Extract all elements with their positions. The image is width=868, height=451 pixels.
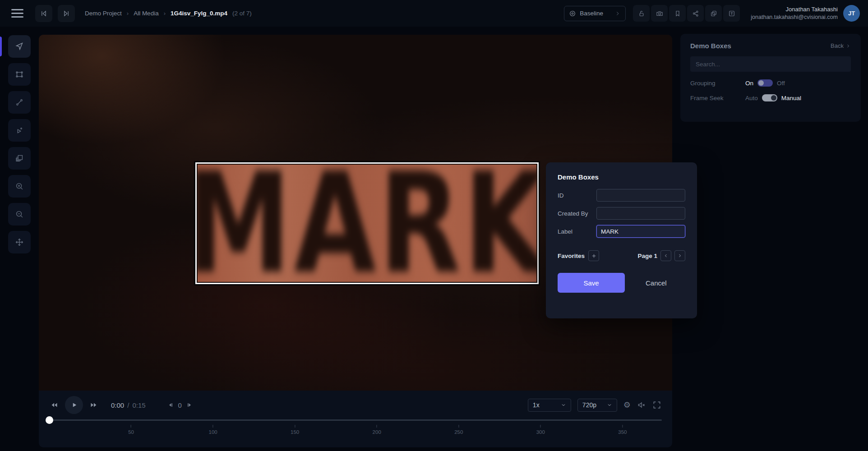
timeline-ticks: 50100150200250300350 [49,425,662,440]
tool-zoom-out[interactable] [8,203,31,226]
user-name: Jonathan Takahashi [751,6,838,14]
timeline-scrubber-knob[interactable] [46,416,53,424]
lock-button[interactable] [633,5,650,22]
tool-pointer[interactable] [8,35,31,58]
avatar[interactable]: JT [843,5,860,22]
duplicate-icon [710,9,718,18]
page-previous-button[interactable] [660,250,671,261]
fullscreen-button[interactable] [652,400,661,410]
play-button[interactable] [65,396,83,414]
layers-icon [14,153,24,163]
current-time: 0:00 [111,401,124,409]
hamburger-menu-icon[interactable] [11,9,23,18]
line-tool-icon [14,97,24,107]
tool-point[interactable] [8,119,31,142]
duplicate-button[interactable] [705,5,722,22]
settings-panel-title: Demo Boxes [690,42,731,50]
created-by-field[interactable] [596,207,685,220]
id-field-label: ID [558,192,596,199]
skip-previous-icon [39,9,48,18]
next-media-button[interactable] [58,5,75,22]
quality-select[interactable]: 720p [577,399,617,412]
zoom-in-icon [14,181,24,191]
fast-forward-button[interactable] [88,400,98,410]
text-overlay-button[interactable] [723,5,740,22]
timeline-tick: 150 [291,425,299,435]
camera-icon [656,9,664,18]
zoom-out-icon [14,209,24,219]
favorites-label: Favorites [558,253,585,259]
frame-back-button[interactable] [166,401,175,409]
frame-number[interactable]: 0 [178,401,182,409]
time-separator: / [127,401,129,409]
label-field[interactable] [596,225,685,238]
chevron-right-icon [845,43,851,49]
chevron-down-icon [607,402,612,408]
grouping-label: Grouping [690,80,745,87]
breadcrumb-separator: › [127,10,129,17]
version-selector[interactable]: Baseline [564,6,626,21]
snapshot-button[interactable] [651,5,668,22]
time-display: 0:00 / 0:15 [111,401,146,409]
plus-icon [591,253,597,259]
tool-layers[interactable] [8,147,31,170]
back-link[interactable]: Back [831,42,851,49]
frame-forward-button[interactable] [185,401,194,409]
rewind-button[interactable] [50,400,60,410]
timeline-tick: 100 [209,425,217,435]
quality-value: 720p [582,401,596,409]
frame-seek-toggle[interactable] [762,94,777,101]
breadcrumb-project[interactable]: Demo Project [85,10,122,17]
frame-seek-row: Frame Seek Auto Manual [690,94,851,101]
chevron-right-icon [614,10,621,17]
annotation-app: Demo Project › All Media › 1G4isv_Fylg_0… [0,0,868,451]
playback-rate-value: 1x [533,401,540,409]
skip-next-icon [62,9,71,18]
page-label: Page 1 [637,253,657,259]
id-field[interactable] [596,189,685,202]
play-icon [70,401,78,409]
frame-seek-manual-label: Manual [781,95,801,101]
pan-move-icon [14,237,24,247]
grouping-toggle[interactable] [757,79,773,87]
timeline-track[interactable] [49,419,662,421]
tool-line[interactable] [8,91,31,114]
settings-panel: Demo Boxes Back Grouping On Off Frame Se… [680,34,861,122]
bookmark-icon [674,9,682,18]
previous-media-button[interactable] [35,5,52,22]
tool-box[interactable] [8,63,31,86]
search-input[interactable] [690,56,851,72]
cancel-button[interactable]: Cancel [646,279,667,287]
settings-gear-icon[interactable]: ⚙ [623,400,631,410]
save-button[interactable]: Save [558,273,625,293]
share-button[interactable] [687,5,704,22]
mute-button[interactable] [637,400,646,410]
dialog-title: Demo Boxes [558,173,685,181]
point-tool-icon [14,125,24,135]
playback-rate-select[interactable]: 1x [528,399,571,412]
lock-icon [637,9,646,18]
tool-pan[interactable] [8,231,31,253]
pointer-icon [14,41,24,51]
add-favorite-button[interactable] [588,250,599,261]
page-next-button[interactable] [674,250,685,261]
active-tool-indicator [0,37,2,56]
target-icon [569,10,576,17]
grouping-off-label: Off [777,80,785,87]
duration: 0:15 [132,401,145,409]
playback-controls: 0:00 / 0:15 0 1x [50,393,661,417]
grouping-row: Grouping On Off [690,79,851,87]
bookmark-button[interactable] [669,5,686,22]
annotation-bbox[interactable]: MARK [195,162,539,284]
created-by-field-label: Created By [558,210,596,217]
grouping-on-label: On [745,80,753,87]
chevron-left-icon [663,253,669,258]
breadcrumb-filename: 1G4isv_Fylg_0.mp4 [171,10,227,17]
timeline-tick: 200 [373,425,381,435]
blurred-video-text: MARK [198,165,536,282]
frame-seek-label: Frame Seek [690,95,745,101]
user-info: Jonathan Takahashi jonathan.takahashi@cv… [751,6,838,21]
tool-zoom-in[interactable] [8,175,31,198]
breadcrumb-section[interactable]: All Media [134,10,159,17]
timeline-tick: 350 [618,425,627,435]
